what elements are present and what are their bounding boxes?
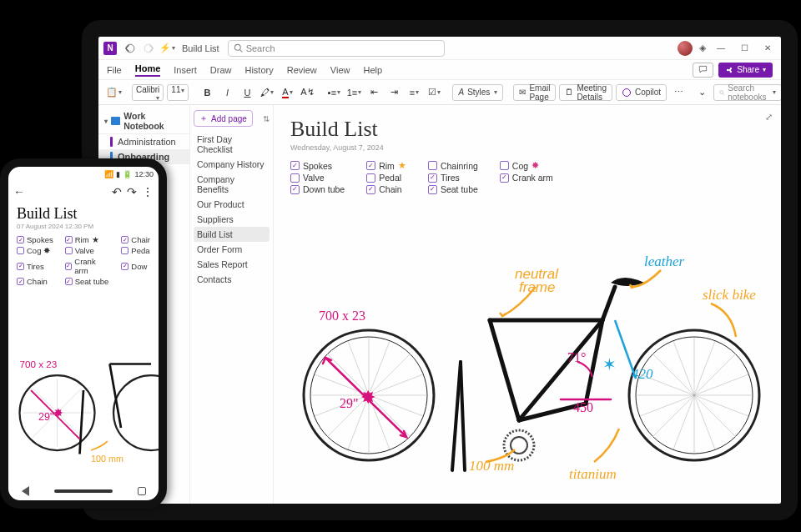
page-item[interactable]: Sales Report — [194, 257, 270, 272]
checkbox-icon[interactable] — [500, 161, 509, 170]
checkbox-icon[interactable] — [17, 263, 24, 270]
checkbox-icon[interactable] — [366, 185, 375, 194]
maximize-button[interactable]: ☐ — [733, 37, 756, 59]
check-item[interactable]: Seat tube — [428, 184, 478, 194]
check-item[interactable]: Chair — [121, 235, 150, 244]
redo-icon[interactable]: ↷ — [127, 185, 137, 198]
menu-history[interactable]: History — [244, 65, 273, 75]
page-item[interactable]: Suppliers — [194, 212, 270, 227]
outdent-button[interactable]: ⇤ — [365, 84, 382, 101]
size-combo[interactable]: 11▾ — [167, 84, 189, 101]
nav-home-icon[interactable] — [54, 489, 113, 493]
italic-button[interactable]: I — [219, 84, 235, 101]
page-item[interactable]: Company History — [194, 157, 270, 172]
meeting-details-button[interactable]: 🗒 Meeting Details — [559, 84, 612, 101]
page-item[interactable]: First Day Checklist — [194, 132, 270, 157]
page-item[interactable]: Build List — [194, 227, 270, 242]
checkbox-icon[interactable] — [428, 161, 437, 170]
check-item[interactable]: Spokes — [17, 235, 53, 244]
undo-icon[interactable]: ↶ — [112, 185, 122, 198]
checkbox-icon[interactable] — [366, 161, 375, 170]
checkbox-icon[interactable] — [428, 185, 437, 194]
search-box[interactable]: Search — [228, 40, 445, 57]
share-button[interactable]: Share ▾ — [718, 63, 773, 78]
check-item[interactable]: Pedal — [366, 173, 406, 183]
menu-home[interactable]: Home — [135, 63, 161, 77]
avatar[interactable] — [678, 41, 693, 56]
checkbox-icon[interactable] — [17, 236, 24, 243]
indent-button[interactable]: ⇥ — [385, 84, 402, 101]
styles-button[interactable]: AStyles▾ — [452, 84, 503, 101]
comments-button[interactable] — [693, 63, 713, 78]
check-item[interactable]: Rim★ — [65, 235, 110, 244]
checkbox-icon[interactable] — [290, 185, 300, 194]
email-page-button[interactable]: ✉ Email Page — [513, 84, 556, 101]
check-item[interactable]: Cog✸ — [17, 246, 53, 255]
bold-button[interactable]: B — [199, 84, 215, 101]
back-icon[interactable] — [123, 42, 137, 55]
checkbox-icon[interactable] — [121, 247, 128, 254]
check-item[interactable]: Valve — [290, 173, 345, 183]
copilot-button[interactable]: Copilot — [616, 84, 667, 101]
font-color-button[interactable]: A▾ — [279, 84, 295, 101]
paste-button[interactable]: 📋▾ — [105, 84, 122, 101]
page-item[interactable]: Our Product — [194, 197, 270, 212]
checkbox-icon[interactable] — [65, 278, 73, 285]
checkbox-icon[interactable] — [121, 263, 128, 270]
underline-button[interactable]: U — [239, 84, 255, 101]
checkbox-icon[interactable] — [17, 247, 24, 254]
notebook-picker[interactable]: ▾ Work Notebook — [98, 108, 189, 134]
check-item[interactable]: Valve — [65, 246, 110, 255]
clear-format-button[interactable]: A↯ — [299, 84, 315, 101]
check-item[interactable]: Crank arm — [65, 257, 110, 275]
minimize-button[interactable]: — — [709, 37, 733, 59]
check-item[interactable]: Dow — [121, 257, 150, 275]
check-item[interactable]: Tires — [17, 257, 53, 275]
check-item[interactable]: Chain — [366, 184, 406, 194]
overflow-button[interactable]: ⋯ — [670, 84, 687, 101]
checkbox-icon[interactable] — [121, 236, 128, 243]
forward-icon[interactable] — [142, 42, 155, 55]
menu-view[interactable]: View — [330, 65, 350, 75]
page-item[interactable]: Company Benefits — [194, 172, 270, 197]
search-notebooks[interactable]: Search notebooks ▾ — [713, 84, 782, 101]
checkbox-icon[interactable] — [290, 173, 300, 183]
menu-review[interactable]: Review — [287, 65, 317, 75]
menu-help[interactable]: Help — [363, 65, 382, 75]
check-item[interactable]: Cog✸ — [500, 160, 553, 171]
bullets-button[interactable]: ▪≡▾ — [325, 84, 342, 101]
customize-qat-icon[interactable]: ⚡▾ — [160, 42, 174, 55]
add-page-button[interactable]: ＋ Add page — [194, 110, 253, 127]
menu-file[interactable]: File — [107, 65, 122, 75]
align-button[interactable]: ≡▾ — [406, 84, 422, 101]
nav-back-icon[interactable] — [22, 486, 29, 496]
checkbox-icon[interactable] — [500, 173, 509, 183]
check-item[interactable]: Chainring — [428, 160, 478, 171]
checkbox-icon[interactable] — [65, 236, 73, 243]
checkbox-icon[interactable] — [290, 161, 300, 170]
highlight-button[interactable]: 🖍▾ — [259, 84, 275, 101]
checkbox-icon[interactable] — [366, 173, 375, 183]
checkbox-icon[interactable] — [428, 173, 437, 183]
menu-draw[interactable]: Draw — [210, 65, 232, 75]
check-item[interactable]: Seat tube — [65, 277, 110, 286]
collapse-ribbon-icon[interactable]: ⌄ — [693, 84, 710, 101]
section-item[interactable]: Administration — [98, 134, 189, 149]
overflow-icon[interactable]: ⋮ — [142, 185, 154, 198]
checkbox-icon[interactable] — [65, 263, 73, 270]
expand-icon[interactable]: ⤢ — [765, 112, 773, 123]
check-item[interactable]: Spokes — [290, 160, 345, 171]
check-item[interactable]: Tires — [428, 173, 478, 183]
sort-pages-icon[interactable]: ⇅ — [263, 114, 270, 123]
menu-insert[interactable]: Insert — [174, 65, 197, 75]
page-canvas[interactable]: ⤢ Build List Wednesday, August 7, 2024 S… — [274, 105, 781, 504]
check-item[interactable]: Crank arm — [500, 173, 553, 183]
diamond-icon[interactable]: ◈ — [696, 42, 709, 55]
nav-recent-icon[interactable] — [138, 487, 146, 495]
tag-button[interactable]: ☑▾ — [426, 84, 442, 101]
check-item[interactable]: Chain — [17, 277, 53, 286]
font-combo[interactable]: Calibri▾ — [132, 84, 164, 101]
close-button[interactable]: ✕ — [756, 37, 779, 59]
page-item[interactable]: Contacts — [194, 272, 270, 287]
page-item[interactable]: Order Form — [194, 242, 270, 257]
